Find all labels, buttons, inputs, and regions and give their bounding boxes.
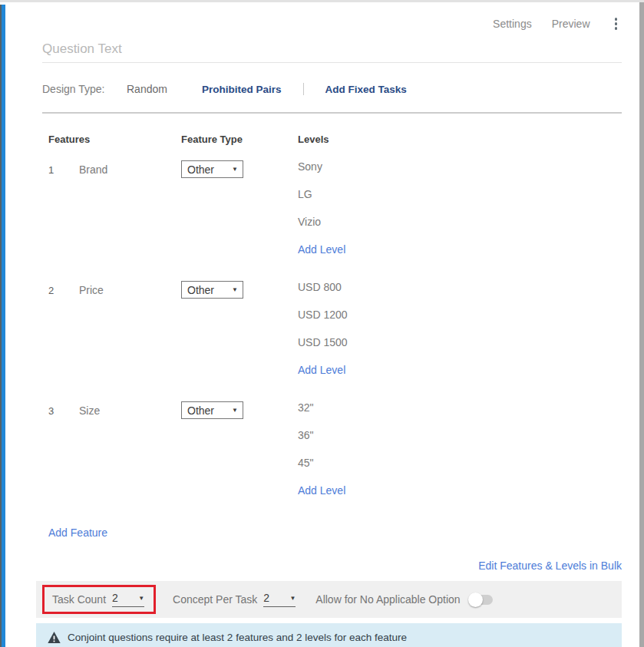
level-item[interactable]: 32" <box>298 401 622 429</box>
feature-type-value: Other <box>187 404 214 417</box>
notice-text: Conjoint questions require at least 2 fe… <box>68 632 407 643</box>
preview-link[interactable]: Preview <box>552 18 590 30</box>
add-level-link[interactable]: Add Level <box>298 243 622 271</box>
feature-row-brand: 1 Brand Other ▼ Sony LG Vizio Add Level <box>48 160 622 271</box>
level-item[interactable]: LG <box>298 188 622 216</box>
task-count-control: Task Count 2 ▼ <box>52 592 144 607</box>
select-caret-icon: ▼ <box>232 166 238 173</box>
concept-per-task-dropdown[interactable]: 2 ▼ <box>263 592 296 607</box>
left-accent-bar <box>0 5 5 647</box>
toggle-knob <box>468 593 483 607</box>
levels-list: USD 800 USD 1200 USD 1500 Add Level <box>298 281 622 391</box>
concept-per-task-label: Concept Per Task <box>173 593 257 606</box>
prohibited-pairs-link[interactable]: Prohibited Pairs <box>202 84 282 95</box>
concept-per-task-value: 2 <box>263 592 269 604</box>
feature-name[interactable]: Price <box>79 281 181 296</box>
level-item[interactable]: USD 800 <box>298 281 622 309</box>
more-options-icon[interactable] <box>610 16 623 31</box>
level-item[interactable]: USD 1500 <box>298 336 622 364</box>
feature-type-value: Other <box>187 163 214 176</box>
feature-type-select[interactable]: Other ▼ <box>181 160 243 178</box>
levels-list: 32" 36" 45" Add Level <box>298 401 622 512</box>
design-type-label: Design Type: <box>42 83 127 95</box>
levels-column-header: Levels <box>298 134 622 145</box>
add-level-link[interactable]: Add Level <box>298 364 622 391</box>
feature-index: 2 <box>48 281 79 296</box>
controls-bar: Task Count 2 ▼ Concept Per Task 2 ▼ Allo… <box>36 581 622 618</box>
dropdown-caret-icon: ▼ <box>138 595 144 602</box>
feature-name[interactable]: Brand <box>79 160 181 176</box>
feature-type-column-header: Feature Type <box>181 134 298 145</box>
feature-type-select[interactable]: Other ▼ <box>181 401 243 419</box>
no-applicable-label: Allow for No Applicable Option <box>315 593 460 606</box>
notice-bar: Conjoint questions require at least 2 fe… <box>36 623 622 647</box>
features-table: Features Feature Type Levels 1 Brand Oth… <box>42 134 622 540</box>
no-applicable-toggle[interactable] <box>470 595 493 605</box>
conjoint-question-editor: Settings Preview Question Text Design Ty… <box>0 0 644 647</box>
levels-list: Sony LG Vizio Add Level <box>298 160 622 271</box>
scrollbar[interactable] <box>639 2 644 647</box>
concept-per-task-control: Concept Per Task 2 ▼ <box>173 592 296 607</box>
feature-type-value: Other <box>187 284 214 296</box>
feature-name[interactable]: Size <box>79 401 181 417</box>
dropdown-caret-icon: ▼ <box>289 595 296 602</box>
level-item[interactable]: Sony <box>298 160 622 188</box>
settings-link[interactable]: Settings <box>493 18 532 30</box>
feature-row-size: 3 Size Other ▼ 32" 36" 45" Add Level <box>48 401 622 512</box>
edit-bulk-link[interactable]: Edit Features & Levels in Bulk <box>42 560 622 572</box>
task-count-value: 2 <box>112 592 118 604</box>
question-text-input[interactable]: Question Text <box>42 41 622 63</box>
feature-type-select[interactable]: Other ▼ <box>181 281 243 299</box>
feature-index: 1 <box>48 160 79 176</box>
warning-icon <box>48 632 61 643</box>
task-count-label: Task Count <box>52 593 106 606</box>
level-item[interactable]: 36" <box>298 429 622 457</box>
design-type-row: Design Type: Random Prohibited Pairs Add… <box>42 83 622 114</box>
add-fixed-tasks-link[interactable]: Add Fixed Tasks <box>325 84 407 95</box>
level-item[interactable]: 45" <box>298 457 622 484</box>
feature-index: 3 <box>48 401 79 417</box>
select-caret-icon: ▼ <box>232 286 238 293</box>
add-feature-link[interactable]: Add Feature <box>48 527 107 539</box>
task-count-dropdown[interactable]: 2 ▼ <box>112 592 144 607</box>
add-level-link[interactable]: Add Level <box>298 484 622 512</box>
divider <box>303 83 304 95</box>
level-item[interactable]: Vizio <box>298 216 622 243</box>
level-item[interactable]: USD 1200 <box>298 309 622 336</box>
no-applicable-control: Allow for No Applicable Option <box>315 593 492 606</box>
features-column-header: Features <box>48 134 181 145</box>
task-count-highlight-box: Task Count 2 ▼ <box>42 585 156 614</box>
select-caret-icon: ▼ <box>232 407 238 414</box>
editor-content: Settings Preview Question Text Design Ty… <box>42 2 622 647</box>
feature-row-price: 2 Price Other ▼ USD 800 USD 1200 USD 150… <box>48 281 622 391</box>
features-table-header: Features Feature Type Levels <box>48 134 622 145</box>
editor-header: Settings Preview <box>42 17 622 31</box>
design-type-value: Random <box>127 83 202 95</box>
